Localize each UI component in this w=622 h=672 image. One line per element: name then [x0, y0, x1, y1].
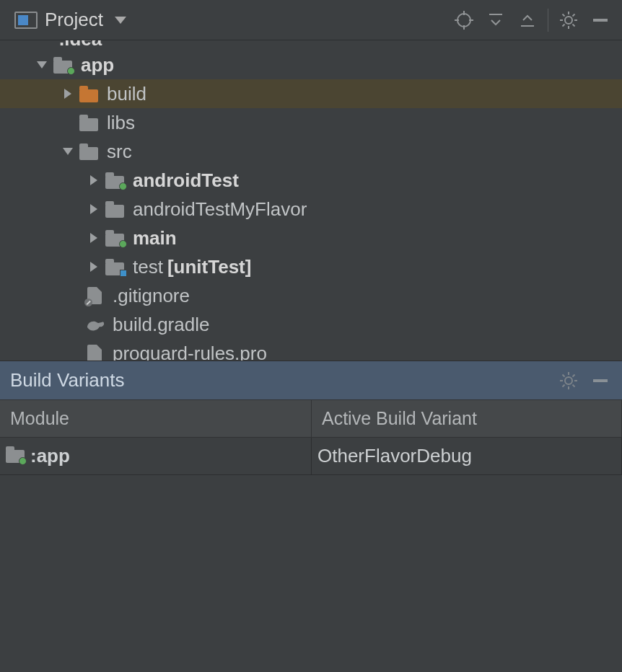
- tree-item-main[interactable]: main: [0, 224, 622, 252]
- tree-item-gitignore[interactable]: .gitignore: [0, 281, 622, 310]
- file-icon: [85, 345, 105, 361]
- build-variants-table: Module Active Build Variant :app OtherFl…: [0, 399, 622, 475]
- chevron-right-icon[interactable]: [59, 85, 76, 102]
- chevron-right-icon[interactable]: [85, 229, 102, 247]
- svg-line-15: [563, 24, 565, 26]
- tree-label: androidTestMyFlavor: [133, 198, 307, 221]
- crosshair-icon: [455, 11, 473, 30]
- folder-icon: [105, 200, 126, 218]
- tree-item-src[interactable]: src: [0, 137, 622, 166]
- svg-line-14: [573, 14, 575, 16]
- tree-label: proguard-rules.pro: [113, 342, 267, 361]
- tree-label: app: [81, 54, 114, 76]
- tree-label: main: [133, 227, 177, 249]
- bv-settings-button[interactable]: [553, 365, 584, 397]
- chevron-down-icon[interactable]: [33, 56, 51, 74]
- tree-item-clipped[interactable]: .idea: [0, 40, 622, 50]
- build-variants-title: Build Variants: [10, 369, 125, 392]
- tree-label: test: [133, 256, 163, 278]
- collapse-all-icon: [519, 12, 536, 29]
- project-view-selector[interactable]: Project: [14, 9, 126, 31]
- project-tree[interactable]: .idea app build libs src androidTest: [0, 40, 622, 361]
- tree-item-libs[interactable]: libs: [0, 108, 622, 137]
- toolbar-separator: [548, 9, 548, 32]
- tree-label: build.gradle: [113, 314, 209, 336]
- chevron-down-icon: [115, 17, 126, 24]
- svg-point-17: [565, 377, 572, 384]
- source-folder-icon: [105, 229, 126, 247]
- tree-item-proguard[interactable]: proguard-rules.pro: [0, 339, 622, 361]
- svg-point-0: [457, 14, 470, 27]
- build-variants-toolbar: Build Variants: [0, 361, 622, 399]
- folder-icon: [79, 143, 100, 160]
- minimize-icon: [591, 11, 610, 30]
- gear-icon: [559, 371, 578, 390]
- chevron-down-icon[interactable]: [59, 143, 76, 160]
- gradle-file-icon: [85, 316, 105, 333]
- gear-icon: [559, 11, 578, 30]
- svg-line-24: [573, 374, 575, 376]
- tree-label: src: [107, 141, 132, 163]
- module-folder-icon: [6, 450, 25, 463]
- variant-name: OtherFlavorDebug: [317, 445, 472, 467]
- module-cell[interactable]: :app: [0, 438, 312, 475]
- expand-all-icon: [487, 12, 504, 29]
- ignored-file-icon: [85, 287, 105, 304]
- variant-cell[interactable]: OtherFlavorDebug: [312, 438, 622, 475]
- tree-label-aux: [unitTest]: [167, 256, 252, 278]
- source-folder-icon: [105, 172, 126, 189]
- chevron-right-icon[interactable]: [85, 172, 102, 189]
- build-variants-empty-area: [0, 475, 622, 672]
- tree-item-build[interactable]: build: [0, 79, 622, 108]
- locate-button[interactable]: [448, 4, 480, 36]
- expand-all-button[interactable]: [480, 4, 512, 36]
- chevron-right-icon[interactable]: [85, 258, 102, 275]
- tree-item-build-gradle[interactable]: build.gradle: [0, 310, 622, 339]
- tree-item-app[interactable]: app: [0, 50, 622, 79]
- folder-icon: [79, 85, 100, 102]
- bv-hide-button[interactable]: [584, 365, 616, 397]
- svg-line-23: [573, 384, 575, 386]
- project-icon: [14, 12, 38, 29]
- tree-item-androidtest[interactable]: androidTest: [0, 166, 622, 195]
- svg-line-13: [573, 24, 575, 26]
- col-header-module[interactable]: Module: [0, 400, 312, 438]
- tree-item-androidtestmyflavor[interactable]: androidTestMyFlavor: [0, 195, 622, 224]
- project-panel-toolbar: Project: [0, 0, 622, 40]
- module-folder-icon: [53, 56, 74, 74]
- svg-point-7: [565, 17, 572, 24]
- col-header-variant[interactable]: Active Build Variant: [312, 400, 622, 438]
- minimize-icon: [591, 371, 610, 390]
- tree-label: libs: [107, 112, 135, 134]
- test-folder-icon: [105, 258, 126, 275]
- settings-button[interactable]: [553, 4, 584, 36]
- arrow-placeholder: [59, 114, 76, 131]
- tree-label: build: [107, 83, 146, 105]
- collapse-all-button[interactable]: [512, 4, 543, 36]
- tree-item-test[interactable]: test [unitTest]: [0, 252, 622, 281]
- svg-line-25: [563, 384, 565, 386]
- table-row[interactable]: :app OtherFlavorDebug: [0, 438, 622, 475]
- svg-line-22: [563, 374, 565, 376]
- table-header-row: Module Active Build Variant: [0, 400, 622, 438]
- tree-label: androidTest: [133, 169, 239, 192]
- chevron-right-icon[interactable]: [85, 200, 102, 218]
- module-name: :app: [30, 445, 70, 467]
- tree-label: .gitignore: [113, 285, 190, 307]
- svg-line-12: [563, 14, 565, 16]
- folder-icon: [79, 114, 100, 131]
- hide-panel-button[interactable]: [584, 4, 616, 36]
- project-view-label: Project: [45, 9, 103, 31]
